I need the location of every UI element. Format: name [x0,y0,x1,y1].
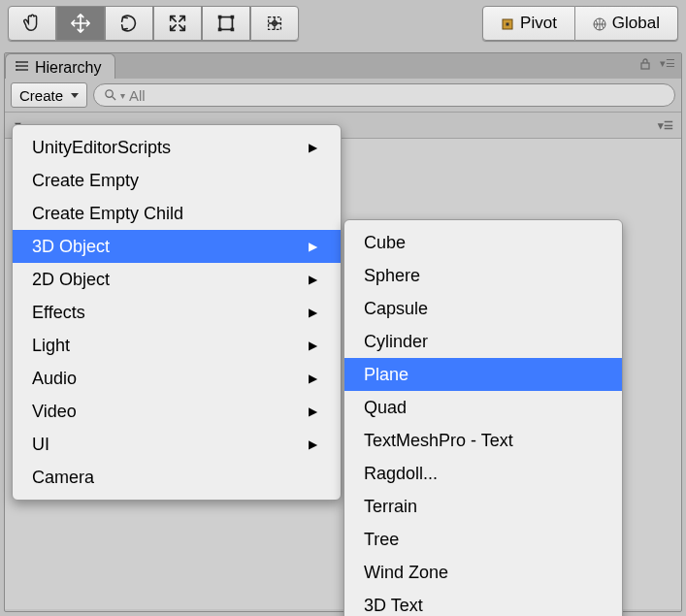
submenu-item-label: Ragdoll... [364,464,438,484]
menu-item-label: 3D Object [32,237,110,257]
hierarchy-icon [16,59,29,77]
submenu-arrow-icon: ▶ [309,240,317,253]
menu-item-unityeditorscripts[interactable]: UnityEditorScripts▶ [13,131,341,164]
menu-item-light[interactable]: Light▶ [13,329,341,362]
menu-item-ui[interactable]: UI▶ [13,428,341,461]
menu-item-label: 2D Object [32,270,110,290]
svg-rect-0 [220,17,233,30]
submenu-arrow-icon: ▶ [309,372,317,385]
submenu-item-tree[interactable]: Tree [344,523,622,556]
rect-tool-button[interactable] [202,6,250,41]
submenu-item-label: Cylinder [364,332,428,352]
submenu-item-quad[interactable]: Quad [344,391,622,424]
rotate-tool-button[interactable] [105,6,153,41]
submenu-item-cube[interactable]: Cube [344,226,622,259]
menu-item-video[interactable]: Video▶ [13,395,341,428]
menu-item-label: Camera [32,468,94,488]
svg-rect-13 [641,63,649,69]
menu-item-2d-object[interactable]: 2D Object▶ [13,263,341,296]
menu-item-camera[interactable]: Camera [13,461,341,494]
submenu-item-label: TextMeshPro - Text [364,431,513,451]
pivot-button[interactable]: Pivot [482,6,575,41]
submenu-item-ragdoll-[interactable]: Ragdoll... [344,457,622,490]
submenu-item-label: Terrain [364,497,417,517]
tab-row: Hierarchy ▾☰ [5,53,681,79]
search-input[interactable]: ▾ All [93,83,675,107]
scale-tool-button[interactable] [153,6,202,41]
scale-icon [167,13,188,34]
menu-item-audio[interactable]: Audio▶ [13,362,341,395]
submenu-item-wind-zone[interactable]: Wind Zone [344,556,622,589]
menu-item-label: UI [32,435,49,455]
3d-object-submenu: CubeSphereCapsuleCylinderPlaneQuadTextMe… [343,219,623,616]
submenu-item-label: Tree [364,530,399,550]
menu-item-create-empty[interactable]: Create Empty [13,164,341,197]
transform-toolbar [8,6,299,41]
submenu-arrow-icon: ▶ [309,306,317,319]
menu-item-label: Create Empty Child [32,204,183,224]
unified-tool-button[interactable] [250,6,299,41]
search-icon [104,87,116,104]
menu-item-3d-object[interactable]: 3D Object▶ [13,230,341,263]
create-label: Create [19,87,63,104]
unified-icon [264,13,285,34]
submenu-item-capsule[interactable]: Capsule [344,292,622,325]
submenu-item-plane[interactable]: Plane [344,358,622,391]
submenu-arrow-icon: ▶ [309,273,317,286]
hierarchy-tab-label: Hierarchy [35,59,101,77]
global-button[interactable]: Global [575,6,678,41]
create-button[interactable]: Create [11,82,87,108]
svg-rect-1 [218,16,222,19]
pivot-icon [501,16,514,30]
panel-menu-icon[interactable]: ▾☰ [660,57,675,74]
submenu-item-label: Plane [364,365,408,385]
pivot-label: Pivot [520,14,557,33]
create-context-menu: UnityEditorScripts▶Create EmptyCreate Em… [12,124,342,501]
submenu-item-3d-text[interactable]: 3D Text [344,589,622,616]
rotate-icon [118,13,140,34]
menu-item-effects[interactable]: Effects▶ [13,296,341,329]
hand-tool-button[interactable] [8,6,56,41]
submenu-item-label: Capsule [364,299,428,319]
submenu-arrow-icon: ▶ [309,405,317,418]
submenu-item-label: Quad [364,398,407,418]
svg-point-14 [106,89,113,96]
hand-icon [21,13,43,34]
svg-rect-3 [218,28,222,32]
submenu-item-label: Cube [364,233,406,253]
menu-item-create-empty-child[interactable]: Create Empty Child [13,197,341,230]
svg-point-10 [16,61,17,63]
submenu-item-label: Wind Zone [364,563,448,583]
menu-item-label: Audio [32,369,77,389]
search-placeholder: All [129,87,146,104]
move-tool-button[interactable] [56,6,105,41]
globe-icon [593,16,606,30]
menu-item-label: Video [32,402,77,422]
submenu-arrow-icon: ▶ [309,141,317,154]
submenu-item-label: 3D Text [364,596,423,616]
handle-mode-group: Pivot Global [482,6,678,41]
global-label: Global [612,14,660,33]
menu-item-label: UnityEditorScripts [32,138,171,158]
menu-item-label: Create Empty [32,171,139,191]
hierarchy-tab[interactable]: Hierarchy [5,53,115,79]
create-row: Create ▾ All [5,79,681,113]
svg-rect-4 [231,28,235,32]
submenu-item-cylinder[interactable]: Cylinder [344,325,622,358]
rect-icon [215,13,237,34]
menu-item-label: Effects [32,303,85,323]
svg-rect-8 [506,23,509,26]
svg-point-12 [16,69,17,71]
submenu-item-textmeshpro-text[interactable]: TextMeshPro - Text [344,424,622,457]
submenu-arrow-icon: ▶ [309,339,317,352]
submenu-item-label: Sphere [364,266,420,286]
submenu-item-terrain[interactable]: Terrain [344,490,622,523]
search-mode-caret: ▾ [120,90,125,101]
scene-context-icon[interactable]: ▾☰ [658,119,673,132]
move-icon [70,13,91,34]
lock-icon[interactable] [638,57,652,74]
svg-rect-2 [231,16,235,19]
svg-point-11 [16,65,17,67]
submenu-item-sphere[interactable]: Sphere [344,259,622,292]
menu-item-label: Light [32,336,70,356]
